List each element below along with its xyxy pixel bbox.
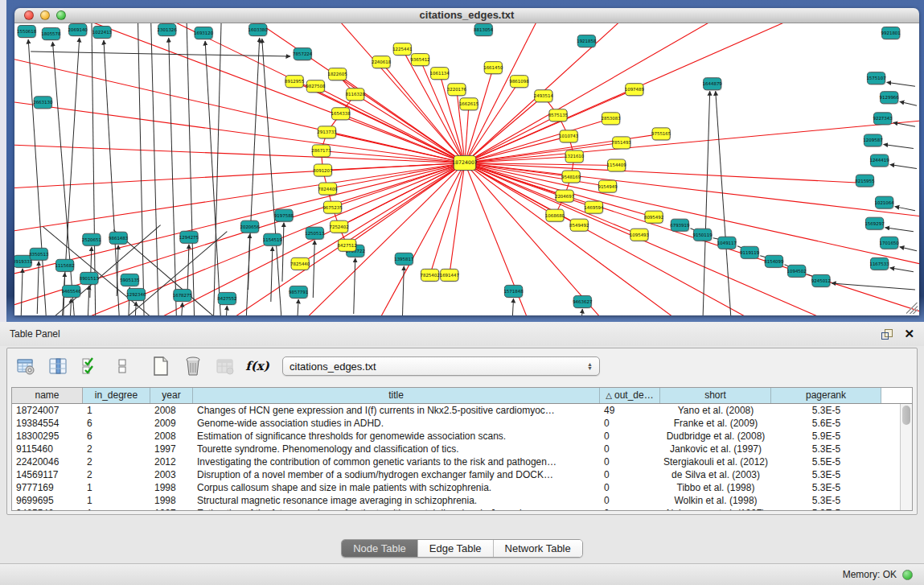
graph-node[interactable]: 1603380 [248, 24, 269, 37]
cell-in_degree[interactable]: 6 [83, 430, 150, 443]
cell-short[interactable]: Stergiakouli et al. (2012) [660, 455, 771, 468]
tab-node-table[interactable]: Node Table [342, 540, 418, 557]
table-scrollbar[interactable] [900, 404, 912, 510]
graph-node[interactable]: 1571848 [503, 285, 524, 298]
cell-out_de[interactable]: 0 [600, 507, 660, 510]
graph-node[interactable]: 1644879 [703, 78, 723, 91]
graph-node[interactable]: 1395817 [394, 253, 413, 266]
column-header-name[interactable]: name [12, 388, 83, 403]
cell-short[interactable]: Jankovic et al. (1997) [660, 443, 771, 455]
table-row[interactable]: 911546021997Tourette syndrome. Phenomeno… [12, 443, 899, 455]
cell-title[interactable]: Investigating the contribution of common… [193, 455, 600, 468]
graph-node[interactable]: 8901513 [80, 272, 100, 285]
graph-node[interactable]: 1154519 [263, 233, 283, 246]
cell-short[interactable]: Dudbridge et al. (2008) [660, 430, 771, 443]
table-row[interactable]: 946554611997Estimation of the future num… [12, 507, 899, 510]
graph-node[interactable]: 7824409 [318, 183, 338, 196]
graph-node[interactable]: 1701650 [880, 237, 900, 249]
graph-node[interactable]: 8813054 [474, 24, 494, 37]
cell-in_degree[interactable]: 1 [83, 404, 150, 417]
cell-pagerank[interactable]: 5.6E-5 [771, 417, 881, 430]
graph-node[interactable]: 9675235 [322, 201, 342, 214]
cell-out_de[interactable]: 0 [600, 417, 660, 430]
graph-node[interactable]: 2493514 [534, 90, 554, 103]
tab-edge-table[interactable]: Edge Table [418, 540, 494, 557]
cell-pagerank[interactable]: 5.3E-5 [771, 481, 881, 494]
cell-in_degree[interactable]: 2 [83, 443, 150, 455]
resize-grip-icon[interactable] [906, 303, 918, 314]
graph-node[interactable]: 9150119 [692, 229, 713, 241]
new-table-icon[interactable] [149, 354, 173, 378]
graph-node[interactable]: 1154409 [607, 159, 627, 172]
cell-pagerank[interactable]: 5.3E-5 [771, 507, 881, 510]
cell-out_de[interactable]: 0 [600, 443, 660, 455]
cell-pagerank[interactable]: 5.5E-5 [771, 455, 881, 468]
cell-name[interactable]: 18300295 [12, 430, 83, 443]
graph-node[interactable]: 2301326 [158, 24, 178, 37]
graph-node[interactable]: 1097489 [625, 84, 645, 97]
column-header-year[interactable]: year [150, 388, 193, 403]
graph-node[interactable]: 2913733 [317, 126, 337, 139]
graph-node[interactable]: 9548169 [561, 171, 581, 183]
zoom-window-button[interactable] [56, 10, 66, 20]
table-row[interactable]: 977716911998Corpus callosum shape and si… [12, 481, 899, 494]
cell-year[interactable]: 1997 [150, 443, 193, 455]
cell-short[interactable]: Franke et al. (2009) [660, 417, 771, 430]
graph-node[interactable]: 1244419 [869, 154, 889, 167]
graph-node[interactable]: 9921801 [881, 27, 901, 40]
graph-node[interactable]: 2240618 [372, 56, 392, 69]
graph-node[interactable]: 9227343 [873, 113, 893, 126]
graph-node[interactable]: 9755165 [651, 128, 671, 141]
memory-status-dot[interactable] [902, 570, 913, 580]
graph-node[interactable]: 1292346 [126, 288, 146, 301]
graph-node[interactable]: 8575135 [548, 109, 568, 122]
graph-node[interactable]: 2663130 [33, 97, 53, 109]
graph-node[interactable]: 1678275 [173, 289, 192, 302]
graph-node[interactable]: 2520651 [82, 233, 101, 246]
graph-node[interactable]: 9857791 [289, 286, 308, 299]
graph-node[interactable]: 1115682 [55, 259, 74, 272]
cell-short[interactable]: de Silva et al. (2003) [660, 468, 771, 481]
cell-title[interactable]: Genome-wide association studies in ADHD. [193, 417, 600, 430]
graph-node[interactable]: 1021064 [874, 196, 894, 209]
cell-in_degree[interactable]: 1 [83, 481, 150, 494]
cell-pagerank[interactable]: 5.3E-5 [771, 468, 881, 481]
cell-title[interactable]: Estimation of significance thresholds fo… [193, 430, 600, 443]
cell-pagerank[interactable]: 5.3E-5 [771, 494, 881, 507]
graph-node[interactable]: 3220176 [447, 84, 467, 97]
function-builder-icon[interactable]: f(x) [245, 354, 269, 378]
graph-node[interactable]: 5905135 [120, 274, 139, 286]
cell-name[interactable]: 9465546 [12, 507, 83, 510]
graph-node[interactable]: 1294275 [179, 231, 199, 244]
table-row[interactable]: 2242004622012Investigating the contribut… [12, 455, 899, 468]
graph-node[interactable]: 1693120 [194, 27, 214, 40]
cell-in_degree[interactable]: 2 [83, 455, 150, 468]
cell-name[interactable]: 14569117 [12, 468, 83, 481]
graph-node[interactable]: 2204697 [555, 190, 574, 203]
table-row[interactable]: 969969511998Structural magnetic resonanc… [12, 494, 899, 507]
cell-year[interactable]: 2003 [150, 468, 193, 481]
graph-node[interactable]: 8091207 [313, 164, 332, 177]
cell-short[interactable]: Yano et al. (2008) [660, 404, 771, 417]
cell-name[interactable]: 9115460 [12, 443, 83, 455]
graph-node[interactable]: 1822605 [327, 68, 347, 81]
graph-node[interactable]: 2867173 [311, 145, 331, 158]
cell-out_de[interactable]: 0 [600, 455, 660, 468]
cell-out_de[interactable]: 0 [600, 468, 660, 481]
cell-in_degree[interactable]: 2 [83, 468, 150, 481]
table-row[interactable]: 1872400712008Changes of HCN gene express… [12, 404, 899, 417]
graph-node[interactable]: 1225441 [392, 43, 412, 56]
network-canvas[interactable]: 1550618180557820691401022413230132616931… [14, 23, 919, 315]
cell-title[interactable]: Structural magnetic resonance image aver… [193, 494, 600, 507]
graph-node[interactable]: 9861483 [109, 232, 129, 245]
cell-year[interactable]: 1997 [150, 507, 193, 510]
column-header-short[interactable]: short [660, 388, 771, 403]
graph-node[interactable]: 1321610 [565, 150, 585, 163]
graph-node[interactable]: 7851493 [612, 137, 632, 150]
graph-node[interactable]: 8154099 [764, 255, 784, 268]
graph-node[interactable]: 2069140 [68, 24, 88, 37]
table-row[interactable]: 1456911722003Disruption of a novel membe… [12, 468, 899, 481]
graph-node[interactable]: 1654338 [331, 108, 351, 121]
graph-node[interactable]: 8427552 [217, 292, 236, 305]
graph-node[interactable]: 1662615 [459, 98, 478, 111]
